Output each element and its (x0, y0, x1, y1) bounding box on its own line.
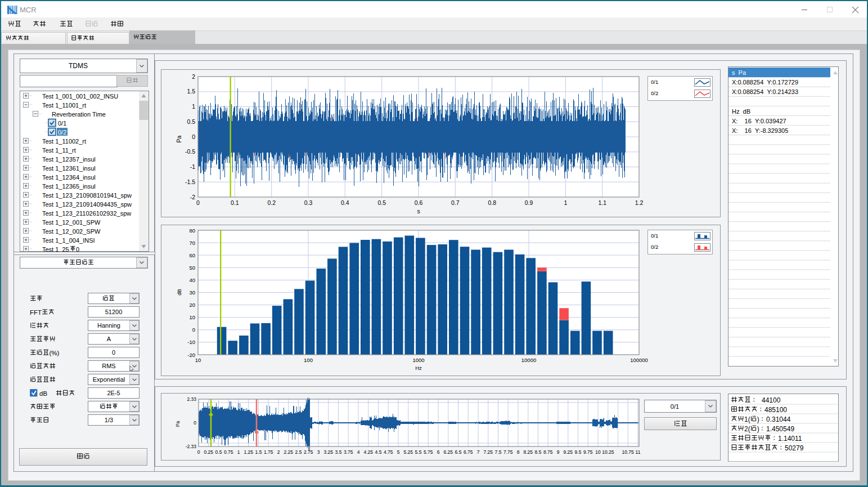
svg-text:4: 4 (357, 449, 360, 455)
svg-text:1.2: 1.2 (635, 199, 644, 206)
svg-text:Test 1_001_001_002_INSU: Test 1_001_001_002_INSU (42, 93, 118, 100)
svg-text:44100: 44100 (762, 396, 781, 404)
svg-text:6.25: 6.25 (444, 449, 453, 455)
svg-text:6.75: 6.75 (464, 449, 473, 455)
svg-text:2: 2 (192, 73, 195, 80)
svg-text:6.5: 6.5 (455, 449, 462, 455)
svg-text:9: 9 (557, 449, 560, 455)
svg-text:0.7: 0.7 (451, 199, 460, 206)
svg-text:1.1: 1.1 (598, 199, 606, 206)
svg-text:2(: 2( (744, 425, 750, 433)
svg-text:2.5: 2.5 (295, 449, 302, 455)
svg-text:Test 1_12361_insul: Test 1_12361_insul (42, 165, 96, 172)
svg-text:0: 0 (192, 133, 195, 140)
svg-text:0.25: 0.25 (204, 449, 214, 455)
svg-text:3.5: 3.5 (335, 449, 342, 455)
svg-text:(%): (%) (50, 350, 60, 356)
svg-text:Hz: Hz (415, 365, 422, 371)
svg-text:10000: 10000 (521, 357, 536, 363)
svg-text:0.5: 0.5 (187, 118, 195, 125)
svg-text:80: 80 (189, 227, 195, 234)
svg-text:50279: 50279 (785, 444, 804, 452)
svg-text:0: 0 (196, 199, 200, 206)
svg-text:s Pa: s Pa (732, 69, 746, 76)
svg-text:X:0.088254 Y:0.214233: X:0.088254 Y:0.214233 (732, 88, 798, 95)
svg-text:Test 1_123_210914094435_spw: Test 1_123_210914094435_spw (42, 201, 132, 208)
svg-text:Pa: Pa (175, 421, 181, 427)
svg-text:Test 1_11_rt: Test 1_11_rt (42, 147, 76, 154)
svg-text:8.25: 8.25 (524, 449, 533, 455)
svg-text:1.5: 1.5 (187, 88, 195, 95)
svg-text:dB: dB (176, 289, 182, 296)
svg-text:60: 60 (189, 252, 195, 258)
svg-text:Hz dB: Hz dB (732, 108, 750, 115)
svg-text:7: 7 (477, 449, 480, 455)
svg-text:10: 10 (595, 449, 601, 455)
svg-text:11: 11 (636, 449, 641, 455)
svg-text:10.25: 10.25 (602, 449, 614, 455)
svg-text:1: 1 (237, 449, 240, 455)
svg-text:3.75: 3.75 (344, 449, 353, 455)
svg-text:s: s (417, 208, 420, 215)
svg-text:6: 6 (437, 449, 440, 455)
svg-text:-2: -2 (190, 194, 195, 200)
svg-text:1.14011: 1.14011 (778, 435, 802, 443)
svg-text:8.75: 8.75 (543, 449, 553, 455)
svg-text:9.5: 9.5 (575, 449, 582, 455)
svg-text:4.75: 4.75 (384, 449, 393, 455)
svg-text:9.25: 9.25 (564, 449, 573, 455)
svg-text:Test 1_12364_insul: Test 1_12364_insul (42, 174, 96, 181)
svg-text:0.6: 0.6 (415, 199, 423, 206)
svg-text:0.1: 0.1 (231, 199, 239, 206)
svg-text:3.25: 3.25 (324, 449, 334, 455)
svg-text:70: 70 (189, 240, 195, 246)
svg-text:0: 0 (192, 327, 195, 333)
svg-text:0.31044: 0.31044 (766, 415, 791, 423)
svg-text:7.75: 7.75 (503, 449, 513, 455)
svg-text:Test 1_12357_insul: Test 1_12357_insul (42, 156, 96, 163)
svg-text:4.5: 4.5 (375, 449, 382, 455)
svg-text:-2.33: -2.33 (186, 444, 197, 449)
svg-text:30: 30 (189, 289, 195, 296)
svg-text:2.75: 2.75 (304, 449, 313, 455)
svg-text:0: 0 (194, 420, 196, 426)
svg-text:Test 1_11001_rt: Test 1_11001_rt (42, 102, 86, 109)
svg-text:X:0.088254 Y:0.172729: X:0.088254 Y:0.172729 (732, 79, 798, 86)
svg-text:dB: dB (39, 390, 47, 397)
svg-text:2.25: 2.25 (284, 449, 294, 455)
svg-text:5.25: 5.25 (404, 449, 413, 455)
svg-text:100000: 100000 (630, 357, 648, 363)
svg-text:1.5: 1.5 (255, 449, 262, 455)
svg-text:-0.5: -0.5 (185, 148, 195, 155)
svg-text:0.75: 0.75 (224, 449, 233, 455)
svg-text:FFT: FFT (30, 309, 42, 316)
svg-text:0/1: 0/1 (58, 120, 66, 127)
svg-text:Test 1_25: Test 1_25 (42, 246, 69, 252)
svg-text:1(: 1( (744, 415, 750, 423)
svg-text:1.25: 1.25 (244, 449, 254, 455)
svg-text:1: 1 (192, 103, 195, 110)
svg-text:0.5: 0.5 (215, 449, 222, 455)
svg-text:50: 50 (189, 265, 195, 271)
svg-text:): ) (757, 415, 759, 423)
svg-text:X: 16 Y:-8.329305: X: 16 Y:-8.329305 (732, 127, 788, 134)
svg-text:Test 1_12_001_SPW: Test 1_12_001_SPW (42, 219, 101, 226)
svg-text:0.9: 0.9 (525, 199, 533, 206)
svg-text:1.450549: 1.450549 (766, 425, 794, 433)
svg-text:1: 1 (564, 199, 567, 206)
svg-text:20: 20 (189, 302, 195, 308)
svg-text:3: 3 (317, 449, 320, 455)
svg-text:-1.5: -1.5 (185, 178, 195, 185)
svg-text:8: 8 (517, 449, 520, 455)
svg-text:Pa: Pa (176, 135, 182, 142)
svg-text:8.5: 8.5 (535, 449, 542, 455)
svg-text:5.5: 5.5 (415, 449, 422, 455)
svg-text:X: 16 Y:0.039427: X: 16 Y:0.039427 (732, 118, 786, 124)
svg-text:0.5: 0.5 (377, 199, 386, 206)
svg-text:10: 10 (189, 314, 195, 320)
svg-text:-10: -10 (187, 339, 195, 345)
svg-text:Test 1_123_211026102932_spw: Test 1_123_211026102932_spw (42, 210, 131, 217)
svg-text:9.75: 9.75 (583, 449, 593, 455)
svg-text:0.2: 0.2 (267, 199, 276, 206)
svg-text:Test 1_11002_rt: Test 1_11002_rt (42, 138, 86, 145)
